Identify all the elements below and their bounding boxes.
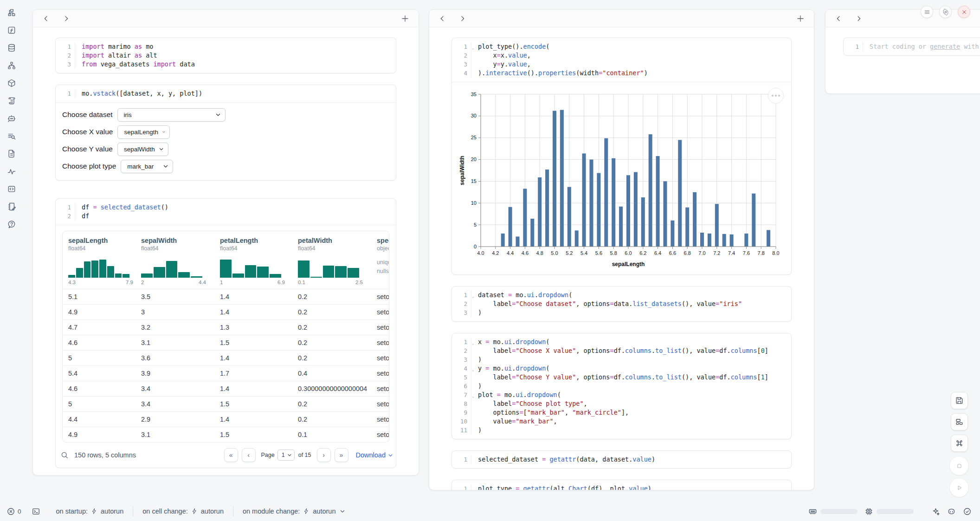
page-select[interactable]: 1 bbox=[277, 449, 295, 461]
code-line[interactable]: 8 label="Choose plot type", bbox=[452, 399, 791, 408]
fold-chevron-icon[interactable]: ⌄ bbox=[471, 292, 474, 301]
dropdown-select-choose-x-value[interactable]: sepalLength bbox=[117, 125, 170, 139]
next-cell-icon[interactable] bbox=[459, 15, 466, 22]
next-cell-icon[interactable] bbox=[855, 15, 863, 22]
sidebar-scroll-icon[interactable] bbox=[6, 96, 17, 106]
sidebar-function-icon[interactable] bbox=[6, 25, 17, 35]
dropdown-select-choose-dataset[interactable]: iris bbox=[117, 108, 226, 122]
table-row[interactable]: 4.63.41.40.30000000000000004setos bbox=[63, 381, 389, 396]
prev-cell-icon[interactable] bbox=[438, 15, 446, 22]
table-row[interactable]: 53.41.50.2setos bbox=[63, 396, 389, 411]
code-cell-selected-dataset[interactable]: 1selected_dataset = getattr(data, datase… bbox=[451, 450, 792, 469]
download-button[interactable]: Download bbox=[356, 451, 393, 459]
code-line[interactable]: 11) bbox=[452, 426, 791, 435]
chart-options-button[interactable] bbox=[768, 88, 784, 104]
code-line[interactable]: 2 label="Choose dataset", options=data.l… bbox=[452, 300, 791, 308]
table-row[interactable]: 4.931.40.2setos bbox=[63, 304, 389, 319]
column-header[interactable]: sepalWidthfloat6424.4 bbox=[135, 231, 214, 289]
code-line[interactable]: 1plot_type = getattr(alt.Chart(df), plot… bbox=[452, 484, 791, 490]
code-cell-plot-type[interactable]: 1plot_type = getattr(alt.Chart(df), plot… bbox=[451, 480, 792, 490]
sidebar-search-list-icon[interactable] bbox=[6, 131, 17, 141]
code-line[interactable]: 10 value="mark_bar", bbox=[452, 417, 791, 426]
code-line[interactable]: 2import altair as alt bbox=[56, 51, 396, 60]
next-cell-icon[interactable] bbox=[63, 15, 70, 22]
code-cell-imports[interactable]: 1import marimo as mo2import altair as al… bbox=[55, 38, 396, 73]
code-line[interactable]: 3 y=y.value, bbox=[452, 60, 791, 69]
terminal-button[interactable] bbox=[32, 507, 40, 516]
code-cell-dataframe[interactable]: 1df = selected_dataset()2dfsepalLengthfl… bbox=[55, 198, 396, 468]
sidebar-sitemap-icon[interactable] bbox=[6, 60, 17, 71]
column-header[interactable]: petalLengthfloat6416.9 bbox=[214, 231, 292, 289]
code-line[interactable]: 6) bbox=[452, 382, 791, 391]
add-cell-icon[interactable] bbox=[796, 14, 805, 23]
code-line[interactable]: 1mo.vstack([dataset, x, y, plot]) bbox=[56, 89, 396, 98]
code-line[interactable]: 7⌄plot = mo.ui.dropdown( bbox=[452, 391, 791, 399]
prev-page-button[interactable]: ‹ bbox=[242, 448, 256, 462]
column-header[interactable]: petalWidthfloat640.12.5 bbox=[292, 231, 371, 289]
table-row[interactable]: 4.93.11.50.1setos bbox=[63, 427, 389, 442]
sidebar-notebook-icon[interactable] bbox=[6, 202, 17, 212]
layout-button[interactable] bbox=[951, 413, 968, 430]
run-button[interactable] bbox=[949, 478, 969, 497]
code-line[interactable]: 9 options=["mark_bar", "mark_circle"], bbox=[452, 408, 791, 417]
code-line[interactable]: 2 x=x.value, bbox=[452, 51, 791, 60]
code-line[interactable]: 5 label="Choose Y value", options=df.col… bbox=[452, 373, 791, 382]
code-cell-dataset-dropdown[interactable]: 1⌄dataset = mo.ui.dropdown(2 label="Choo… bbox=[451, 286, 792, 322]
code-line[interactable]: 4⌄y = mo.ui.dropdown( bbox=[452, 364, 791, 373]
code-line[interactable]: 1import marimo as mo bbox=[56, 42, 396, 51]
code-line[interactable]: 1selected_dataset = getattr(data, datase… bbox=[452, 455, 791, 464]
column-header[interactable]: sepalLengthfloat644.37.9 bbox=[63, 231, 135, 289]
sidebar-help-icon[interactable] bbox=[6, 219, 17, 229]
sidebar-chatbot-icon[interactable] bbox=[6, 113, 17, 124]
sidebar-package-icon[interactable] bbox=[6, 78, 17, 88]
dropdown-select-choose-plot-type[interactable]: mark_bar bbox=[121, 160, 173, 173]
table-row[interactable]: 53.61.40.2setos bbox=[63, 350, 389, 365]
runtime-config-2[interactable]: on cell change:autorun bbox=[133, 508, 233, 515]
runtime-config-1[interactable]: on startup:autorun bbox=[47, 508, 133, 515]
fold-chevron-icon[interactable]: ⌄ bbox=[471, 339, 474, 348]
sidebar-activity-icon[interactable] bbox=[6, 166, 17, 176]
code-line[interactable]: 2 label="Choose X value", options=df.col… bbox=[452, 346, 791, 355]
table-row[interactable]: 4.73.21.30.2setos bbox=[63, 319, 389, 335]
code-line[interactable]: 4).interactive().properties(width="conta… bbox=[452, 69, 791, 78]
fold-chevron-icon[interactable]: ⌄ bbox=[471, 392, 474, 401]
code-line[interactable]: 1⌄x = mo.ui.dropdown( bbox=[452, 338, 791, 346]
altair-bar-chart[interactable]: 4.04.24.44.64.85.05.25.45.65.86.06.26.46… bbox=[458, 88, 783, 270]
sidebar-file-tree-icon[interactable] bbox=[6, 7, 17, 18]
code-cell-vstack[interactable]: 1mo.vstack([dataset, x, y, plot])Choose … bbox=[55, 85, 396, 181]
generate-link[interactable]: generate bbox=[930, 43, 960, 50]
stop-button[interactable] bbox=[949, 456, 969, 475]
last-page-button[interactable]: » bbox=[335, 448, 348, 462]
dropdown-select-choose-y-value[interactable]: sepalWidth bbox=[117, 143, 168, 156]
copilot-button[interactable] bbox=[947, 507, 956, 516]
table-row[interactable]: 5.13.51.40.2setos bbox=[63, 289, 389, 304]
table-row[interactable]: 5.43.91.70.4setos bbox=[63, 365, 389, 381]
prev-cell-icon[interactable] bbox=[42, 15, 50, 22]
fold-chevron-icon[interactable]: ⌄ bbox=[471, 44, 474, 52]
code-line[interactable]: 3from vega_datasets import data bbox=[56, 60, 396, 69]
runtime-config-3[interactable]: on module change:autorun bbox=[233, 508, 355, 515]
keyboard-shortcuts-button[interactable] bbox=[951, 435, 968, 452]
code-line[interactable]: 3) bbox=[452, 355, 791, 364]
sidebar-code-box-icon[interactable] bbox=[6, 184, 17, 194]
fold-chevron-icon[interactable]: ⌄ bbox=[471, 365, 474, 374]
search-icon[interactable] bbox=[60, 451, 69, 459]
table-row[interactable]: 4.42.91.40.2setos bbox=[63, 411, 389, 427]
sidebar-database-icon[interactable] bbox=[6, 43, 17, 53]
ai-sparkles-button[interactable] bbox=[931, 507, 940, 516]
code-line[interactable]: 3) bbox=[452, 308, 791, 317]
settings-button[interactable] bbox=[939, 6, 952, 18]
code-cell-plot[interactable]: 1⌄plot_type().encode(2 x=x.value,3 y=y.v… bbox=[451, 38, 792, 275]
code-editor-placeholder[interactable]: Start coding or generate with bbox=[863, 42, 979, 51]
table-row[interactable]: 4.63.11.50.2setos bbox=[63, 335, 389, 350]
next-page-button[interactable]: › bbox=[317, 448, 331, 462]
save-button[interactable] bbox=[951, 392, 968, 409]
code-cell-xy-dropdowns[interactable]: 1⌄x = mo.ui.dropdown(2 label="Choose X v… bbox=[451, 333, 792, 439]
code-line[interactable]: 2df bbox=[56, 212, 396, 221]
column-header[interactable]: speciobjecuniqunulls: bbox=[371, 231, 389, 289]
code-line[interactable]: 1df = selected_dataset() bbox=[56, 203, 396, 212]
first-page-button[interactable]: « bbox=[224, 448, 238, 462]
prev-cell-icon[interactable] bbox=[835, 15, 842, 22]
code-line[interactable]: 1⌄dataset = mo.ui.dropdown( bbox=[452, 291, 791, 300]
code-line[interactable]: 1⌄plot_type().encode( bbox=[452, 42, 791, 51]
